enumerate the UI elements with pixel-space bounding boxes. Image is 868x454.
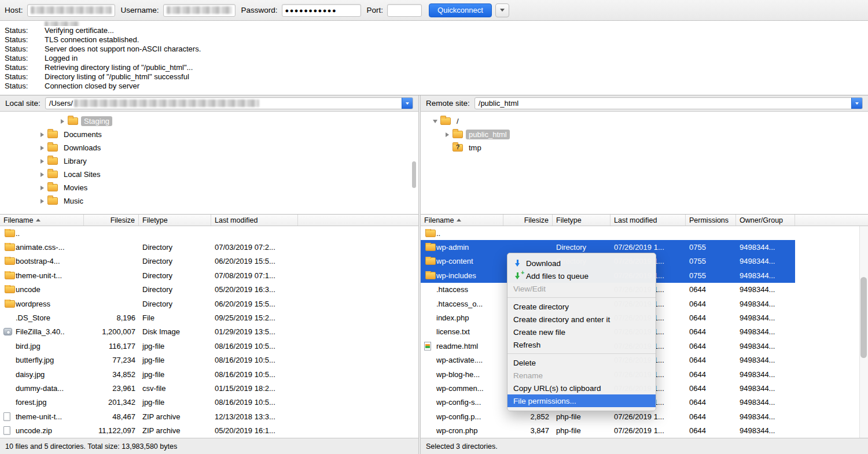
file-row-wordpress[interactable]: wordpressDirectory06/20/2019 15:5... <box>0 297 418 311</box>
cell-modified: 07/08/2019 07:1... <box>211 271 298 280</box>
column-header-filesize[interactable]: Filesize <box>84 215 139 226</box>
file-row-wp-config-p[interactable]: wp-config.p...2,852php-file07/26/2019 1.… <box>421 409 868 423</box>
cell-perm: 0644 <box>686 370 736 379</box>
expand-arrow-icon[interactable] <box>443 132 451 137</box>
tree-item-downloads[interactable]: Downloads <box>0 141 418 154</box>
status-message: Retrieving directory listing of "/public… <box>45 63 193 72</box>
local-status-bar: 10 files and 5 directories. Total size: … <box>0 438 418 454</box>
menu-item-copy-url-s-to-clipboard[interactable]: Copy URL(s) to clipboard <box>507 382 656 394</box>
menu-separator <box>507 353 656 354</box>
local-tree-scrollbar-thumb[interactable] <box>412 161 416 188</box>
remote-list-scrollbar-thumb[interactable] <box>860 277 867 358</box>
column-header-filename[interactable]: Filename <box>0 215 84 226</box>
folder-icon <box>47 197 58 205</box>
filename-text: FileZilla_3.40.. <box>16 327 65 336</box>
menu-item-create-directory-and-enter-it[interactable]: Create directory and enter it <box>507 313 656 326</box>
file-row-ds-store[interactable]: .DS_Store8,196File09/25/2019 15:2... <box>0 311 418 324</box>
filename-text: .htaccess_o... <box>436 300 483 308</box>
filename-text: wp-blog-he... <box>436 370 480 379</box>
file-row-filezilla-3-40[interactable]: FileZilla_3.40..1,200,007Disk Image01/29… <box>0 325 418 339</box>
filename-text: .htaccess <box>436 285 468 294</box>
menu-item-add-files-to-queue[interactable]: +Add files to queue <box>507 270 656 282</box>
file-row-theme-unit-t[interactable]: theme-unit-t...Directory07/08/2019 07:1.… <box>0 268 418 282</box>
port-input[interactable] <box>387 4 422 17</box>
menu-item-create-directory[interactable]: Create directory <box>507 300 656 313</box>
tree-item-public-html[interactable]: public_html <box>421 128 868 141</box>
menu-item-download[interactable]: Download <box>507 257 656 270</box>
add-queue-icon: + <box>513 272 522 280</box>
expand-arrow-icon[interactable] <box>38 172 46 177</box>
quickconnect-dropdown-button[interactable] <box>495 3 509 17</box>
filename-text: wp-activate.... <box>436 356 483 364</box>
password-input[interactable]: ●●●●●●●●●●● <box>282 4 361 17</box>
menu-item-refresh[interactable]: Refresh <box>507 338 656 351</box>
cell-name: .htaccess <box>421 285 503 294</box>
remote-site-dropdown-button[interactable] <box>851 97 863 109</box>
username-input[interactable] <box>163 4 236 17</box>
expand-arrow-icon[interactable] <box>38 159 46 164</box>
file-row-uncode[interactable]: uncodeDirectory05/20/2019 16:3... <box>0 283 418 297</box>
menu-item-file-permissions[interactable]: File permissions... <box>507 394 656 407</box>
tree-item-documents[interactable]: Documents <box>0 128 418 141</box>
tree-item-staging[interactable]: Staging <box>0 115 418 128</box>
folder-icon <box>47 157 58 165</box>
column-header-last-modified[interactable]: Last modified <box>211 215 298 226</box>
tree-item-label: Documents <box>61 130 105 139</box>
expand-arrow-icon[interactable] <box>431 120 439 123</box>
filename-text: wp-config-s... <box>436 398 481 407</box>
remote-pane: Remote site: /public_html /public_html?t… <box>421 95 868 454</box>
column-header-last-modified[interactable]: Last modified <box>610 215 686 226</box>
file-row-animate-css[interactable]: animate.css-...Directory07/03/2019 07:2.… <box>0 240 418 254</box>
file-row-theme-unit-t[interactable]: theme-unit-t...48,467ZIP archive12/13/20… <box>0 409 418 423</box>
column-header-owner-group[interactable]: Owner/Group <box>736 215 795 226</box>
local-site-dropdown-button[interactable] <box>402 97 413 109</box>
column-header-filesize[interactable]: Filesize <box>503 215 553 226</box>
quickconnect-button[interactable]: Quickconnect <box>429 3 492 17</box>
file-row-forest-jpg[interactable]: forest.jpg201,342jpg-file08/16/2019 10:5… <box>0 396 418 409</box>
file-row-wp-cron-php[interactable]: wp-cron.php3,847php-file07/26/2019 1...0… <box>421 423 868 437</box>
cell-type: File <box>139 313 211 322</box>
tree-item-parent-directory[interactable]: / <box>421 115 868 128</box>
menu-item-label: View/Edit <box>513 285 546 293</box>
tree-item-music[interactable]: Music <box>0 194 418 208</box>
remote-site-combobox[interactable]: /public_html <box>475 97 863 109</box>
expand-arrow-icon[interactable] <box>38 186 46 190</box>
file-row-daisy-jpg[interactable]: daisy.jpg34,852jpg-file08/16/2019 10:5..… <box>0 367 418 381</box>
column-header-permissions[interactable]: Permissions <box>686 215 736 226</box>
expand-arrow-icon[interactable] <box>58 119 67 124</box>
truncated-log-line <box>5 21 863 26</box>
menu-item-label: Create new file <box>513 328 565 337</box>
port-label: Port: <box>367 6 384 14</box>
tree-item-local-sites[interactable]: Local Sites <box>0 168 418 181</box>
file-row-parent-directory[interactable]: .. <box>421 226 868 240</box>
column-header-filetype[interactable]: Filetype <box>139 215 211 226</box>
file-row-bootstrap-4[interactable]: bootstrap-4...Directory06/20/2019 15:5..… <box>0 254 418 268</box>
menu-item-delete[interactable]: Delete <box>507 356 656 369</box>
column-header-filetype[interactable]: Filetype <box>553 215 610 226</box>
cell-size: 23,961 <box>84 384 139 393</box>
column-header-filename[interactable]: Filename <box>421 215 503 226</box>
expand-arrow-icon[interactable] <box>38 146 46 150</box>
local-site-combobox[interactable]: /Users/ <box>45 97 413 109</box>
file-row-bird-jpg[interactable]: bird.jpg116,177jpg-file08/16/2019 10:5..… <box>0 339 418 353</box>
local-pane: Local site: /Users/ StagingDocumentsDown… <box>0 95 418 454</box>
expand-arrow-icon[interactable] <box>38 132 46 137</box>
tree-item-library[interactable]: Library <box>0 154 418 168</box>
cell-modified: 05/20/2019 16:3... <box>211 285 298 294</box>
remote-list-scrollbar-track[interactable] <box>859 226 868 438</box>
host-input[interactable] <box>27 4 115 17</box>
file-row-parent-directory[interactable]: .. <box>0 226 418 240</box>
cell-modified: 07/26/2019 1... <box>610 412 686 421</box>
filename-text: uncode.zip <box>16 426 52 435</box>
cell-name: .. <box>421 229 503 238</box>
chevron-down-icon <box>406 102 409 105</box>
menu-item-create-new-file[interactable]: Create new file <box>507 326 656 338</box>
cell-size: 8,196 <box>84 313 139 322</box>
tree-item-tmp[interactable]: ?tmp <box>421 141 868 154</box>
file-row-dummy-data[interactable]: dummy-data...23,961csv-file01/15/2019 18… <box>0 381 418 395</box>
expand-arrow-icon[interactable] <box>38 199 46 204</box>
file-row-uncode-zip[interactable]: uncode.zip11,122,097ZIP archive05/20/201… <box>0 423 418 437</box>
menu-item-label: Refresh <box>513 341 540 349</box>
tree-item-movies[interactable]: Movies <box>0 181 418 194</box>
file-row-butterfly-jpg[interactable]: butterfly.jpg77,234jpg-file08/16/2019 10… <box>0 353 418 367</box>
